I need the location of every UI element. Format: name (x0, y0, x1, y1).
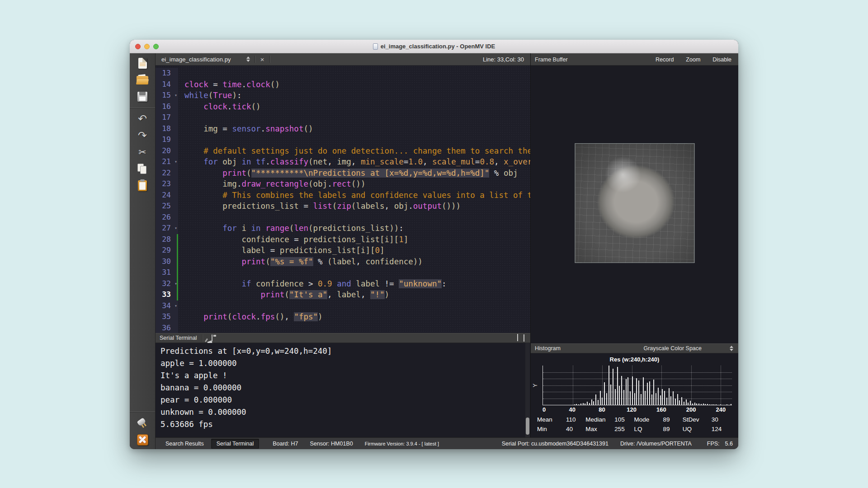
tab-list-icon[interactable] (246, 56, 250, 62)
hist-bar (610, 385, 611, 405)
record-button[interactable]: Record (656, 56, 674, 63)
statusbar-tab-search-results[interactable]: Search Results (160, 439, 209, 449)
paste-button[interactable] (135, 178, 150, 193)
stat-uq: UQ124 (683, 426, 731, 432)
line-number: 29 (156, 245, 178, 256)
frame-buffer-header: Frame Buffer RecordZoomDisable (531, 53, 738, 66)
hist-bar (707, 404, 708, 405)
fold-arrow-icon[interactable]: ▾ (175, 223, 177, 234)
code-line[interactable]: 28 confidence = predictions_list[i][1] (156, 234, 530, 245)
changed-line-marker (177, 245, 178, 256)
code-line[interactable]: 24 # This combines the labels and confid… (156, 190, 530, 201)
code-line[interactable]: 17 (156, 112, 530, 123)
close-window-button[interactable] (135, 44, 141, 49)
code-line[interactable]: 19 (156, 134, 530, 145)
x-axis-ticks: 04080120160200240 (542, 406, 732, 415)
save-file-button[interactable] (135, 89, 150, 104)
cut-button[interactable]: ✂ (135, 145, 150, 160)
code-line[interactable]: 30 print("%s = %f" % (label, confidence)… (156, 256, 530, 267)
color-space-select[interactable]: Grayscale Color Space (643, 345, 734, 352)
hist-bar (583, 403, 584, 405)
terminal-scrollbar-thumb[interactable] (526, 418, 529, 435)
code-line[interactable]: 18 img = sensor.snapshot() (156, 123, 530, 135)
zoom-window-button[interactable] (153, 44, 159, 49)
hist-bar (698, 404, 699, 405)
minimize-window-button[interactable] (144, 44, 150, 49)
hist-bar (677, 394, 678, 405)
line-number: 31 (156, 267, 178, 278)
code-line[interactable]: 20 # default settings just do one detect… (156, 145, 530, 157)
hist-bar (656, 393, 656, 405)
fold-arrow-icon[interactable]: ▾ (175, 156, 177, 168)
hist-bar (621, 376, 622, 405)
histogram-chart (542, 366, 732, 405)
tab-ei-image-classification[interactable]: ei_image_classification.py × (156, 56, 270, 63)
zoom-button[interactable]: Zoom (686, 56, 700, 63)
detach-terminal-button[interactable] (524, 335, 524, 341)
hist-bar (643, 377, 644, 405)
firmware-status: Firmware Version: 3.9.4 - [ latest ] (365, 441, 439, 446)
code-line[interactable]: 29 label = predictions_list[i][0] (156, 245, 530, 256)
redo-icon: ↷ (138, 130, 147, 141)
line-number: 15▾ (156, 90, 178, 101)
x-tick-label: 120 (627, 406, 637, 413)
chevron-updown-icon (730, 346, 733, 351)
new-file-button[interactable] (135, 56, 150, 70)
line-number: 26 (156, 212, 178, 223)
code-line[interactable]: 34▾ (156, 300, 530, 312)
code-line[interactable]: 25 predictions_list = list(zip(labels, o… (156, 201, 530, 212)
code-line[interactable]: 14clock = time.clock() (156, 79, 530, 90)
line-number: 33 (156, 289, 178, 300)
open-file-button[interactable] (135, 73, 150, 87)
code-line[interactable]: 26 (156, 212, 530, 223)
hist-bar (692, 404, 693, 405)
stop-script-button[interactable] (135, 432, 150, 447)
line-number: 21▾ (156, 156, 178, 168)
code-line[interactable]: 36 (156, 323, 530, 333)
line-number: 18 (156, 123, 178, 135)
code-line[interactable]: 27▾ for i in range(len(predictions_list)… (156, 223, 530, 234)
document-icon (373, 43, 378, 50)
collapse-terminal-button[interactable] (517, 335, 518, 341)
disable-button[interactable]: Disable (712, 56, 731, 63)
code-line[interactable]: 13 (156, 68, 530, 79)
terminal-scrollbar[interactable] (525, 343, 530, 437)
code-line[interactable]: 33 print("It's a", label, "!") (156, 289, 530, 300)
hist-bar (688, 403, 689, 405)
tab-close-button[interactable]: × (259, 56, 265, 63)
hist-bar (658, 388, 659, 405)
detach-window-icon (524, 334, 524, 342)
code-line[interactable]: 16 clock.tick() (156, 101, 530, 113)
code-line[interactable]: 23 img.draw_rectangle(obj.rect()) (156, 178, 530, 190)
code-line[interactable]: 21▾ for obj in tf.classify(net, img, min… (156, 156, 530, 168)
copy-button[interactable] (135, 162, 150, 176)
fold-arrow-icon[interactable]: ▾ (175, 300, 177, 312)
statusbar-tab-serial-terminal[interactable]: Serial Terminal (211, 439, 259, 449)
code-editor[interactable]: 1314clock = time.clock()15▾while(True):1… (156, 66, 530, 333)
code-line[interactable]: 35 print(clock.fps(), "fps") (156, 311, 530, 323)
line-number: 23 (156, 178, 178, 190)
hist-bar (606, 393, 607, 405)
serial-terminal-output[interactable]: Predictions at [x=0,y=0,w=240,h=240]appl… (156, 343, 530, 437)
y-axis-label: Y (532, 384, 538, 387)
hist-bar (638, 380, 639, 405)
fold-arrow-icon[interactable]: ▾ (175, 90, 177, 101)
hist-bar (651, 394, 652, 405)
toolbar: ↶ ↷ ✂ (130, 53, 156, 449)
undo-button[interactable]: ↶ (135, 112, 150, 126)
stat-mode: Mode89 (634, 416, 683, 423)
code-line[interactable]: 22 print("**********\nPredictions at [x=… (156, 168, 530, 179)
hist-bar (696, 404, 697, 405)
save-icon (137, 92, 147, 102)
code-line[interactable]: 31 (156, 267, 530, 278)
save-log-button[interactable] (212, 335, 212, 341)
redo-button[interactable]: ↷ (135, 128, 150, 143)
connect-button[interactable] (135, 416, 150, 430)
line-number: 20 (156, 145, 178, 157)
terminal-line: unknown = 0.000000 (160, 406, 530, 418)
code-line[interactable]: 32▾ if confidence > 0.9 and label != "un… (156, 278, 530, 290)
hist-bar (653, 380, 654, 405)
fps-status: FPS:5.6 (707, 441, 733, 447)
hist-bar (578, 404, 579, 405)
code-line[interactable]: 15▾while(True): (156, 90, 530, 101)
